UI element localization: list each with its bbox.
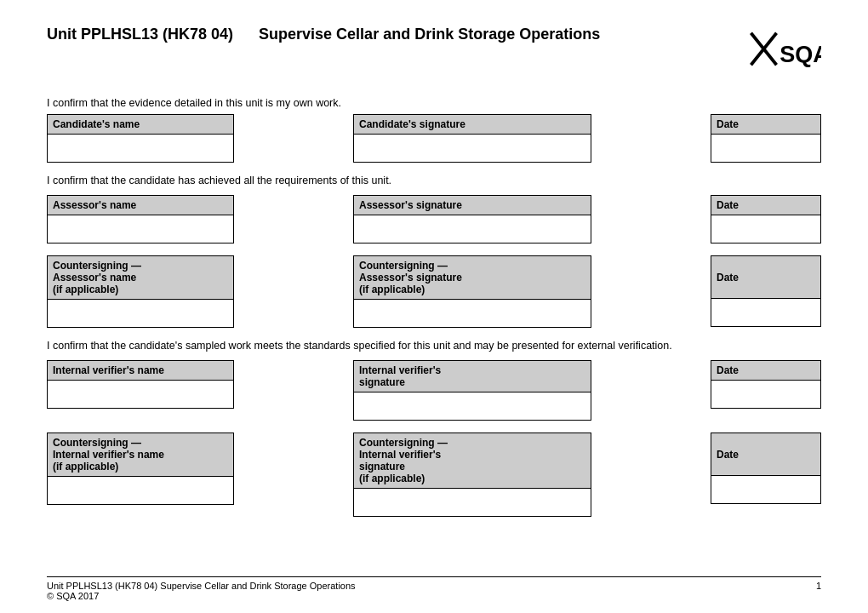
footer-right: 1: [816, 581, 821, 601]
verifier-signature-block: Internal verifier's signature: [353, 360, 591, 421]
verifier-confirm-text: I confirm that the candidate's sampled w…: [47, 340, 821, 352]
countersigning-iv-date-block: Date: [711, 433, 821, 504]
page: Unit PPLHSL13 (HK78 04) Supervise Cellar…: [0, 0, 868, 613]
countersigning-assessor-date-value[interactable]: [711, 299, 820, 326]
countersigning-iv-date-cell: Date: [711, 433, 821, 517]
candidate-name-value[interactable]: [48, 135, 233, 162]
candidate-signature-block: Candidate's signature: [353, 114, 591, 163]
assessor-name-value[interactable]: [48, 215, 233, 243]
countersigning-assessor-name-cell: Countersigning — Assessor's name (if app…: [47, 255, 234, 328]
assessor-name-label: Assessor's name: [48, 196, 233, 215]
countersigning-assessor-signature-label: Countersigning — Assessor's signature (i…: [354, 256, 591, 300]
verifier-row: Internal verifier's name Internal verifi…: [47, 360, 821, 421]
candidate-signature-value[interactable]: [354, 135, 591, 162]
assessor-signature-label: Assessor's signature: [354, 196, 591, 215]
assessor-date-block: Date: [711, 195, 821, 243]
countersigning-iv-signature-cell: Countersigning — Internal verifier's sig…: [353, 433, 591, 517]
candidate-name-label: Candidate's name: [48, 115, 233, 135]
verifier-signature-cell: Internal verifier's signature: [353, 360, 591, 421]
footer-left: Unit PPLHSL13 (HK78 04) Supervise Cellar…: [47, 581, 356, 601]
verifier-date-cell: Date: [711, 360, 821, 421]
assessor-signature-cell: Assessor's signature: [353, 195, 591, 243]
countersigning-assessor-name-block: Countersigning — Assessor's name (if app…: [47, 255, 234, 328]
countersigning-assessor-date-cell: Date: [711, 255, 821, 328]
verifier-date-block: Date: [711, 360, 821, 409]
assessor-row: Assessor's name Assessor's signature Dat…: [47, 195, 821, 243]
candidate-date-cell: Date: [711, 114, 821, 163]
countersigning-iv-name-cell: Countersigning — Internal verifier's nam…: [47, 433, 234, 517]
candidate-name-cell: Candidate's name: [47, 114, 234, 163]
countersigning-iv-name-value[interactable]: [48, 477, 233, 504]
sqa-logo: SQA: [745, 26, 821, 85]
assessor-signature-value[interactable]: [354, 215, 591, 243]
verifier-name-label: Internal verifier's name: [48, 361, 233, 381]
candidate-date-value[interactable]: [711, 135, 820, 162]
verifier-name-block: Internal verifier's name: [47, 360, 234, 409]
countersigning-assessor-signature-block: Countersigning — Assessor's signature (i…: [353, 255, 591, 328]
countersigning-iv-date-value[interactable]: [711, 476, 820, 503]
assessor-date-cell: Date: [711, 195, 821, 243]
assessor-name-cell: Assessor's name: [47, 195, 234, 243]
countersigning-assessor-date-block: Date: [711, 255, 821, 327]
countersigning-assessor-name-value[interactable]: [48, 300, 233, 327]
candidate-signature-label: Candidate's signature: [354, 115, 591, 135]
countersigning-iv-signature-label: Countersigning — Internal verifier's sig…: [354, 433, 591, 489]
verifier-date-value[interactable]: [711, 381, 820, 408]
candidate-name-block: Candidate's name: [47, 114, 234, 163]
assessor-date-label: Date: [711, 196, 820, 215]
svg-text:SQA: SQA: [779, 42, 821, 67]
candidate-signature-cell: Candidate's signature: [353, 114, 591, 163]
verifier-name-value[interactable]: [48, 381, 233, 408]
page-footer: Unit PPLHSL13 (HK78 04) Supervise Cellar…: [47, 576, 821, 601]
countersigning-iv-row: Countersigning — Internal verifier's nam…: [47, 433, 821, 517]
countersigning-assessor-signature-cell: Countersigning — Assessor's signature (i…: [353, 255, 591, 328]
unit-title: Supervise Cellar and Drink Storage Opera…: [259, 26, 600, 43]
candidate-date-block: Date: [711, 114, 821, 163]
title-line: Unit PPLHSL13 (HK78 04) Supervise Cellar…: [47, 26, 600, 43]
verifier-signature-label: Internal verifier's signature: [354, 361, 591, 392]
countersigning-assessor-row: Countersigning — Assessor's name (if app…: [47, 255, 821, 328]
countersigning-iv-signature-value[interactable]: [354, 489, 591, 516]
countersigning-assessor-date-label: Date: [711, 256, 820, 299]
header-title-block: Unit PPLHSL13 (HK78 04) Supervise Cellar…: [47, 26, 600, 43]
candidate-row: Candidate's name Candidate's signature D…: [47, 114, 821, 163]
countersigning-iv-name-block: Countersigning — Internal verifier's nam…: [47, 433, 234, 505]
countersigning-iv-signature-block: Countersigning — Internal verifier's sig…: [353, 433, 591, 517]
candidate-date-label: Date: [711, 115, 820, 135]
assessor-confirm-text: I confirm that the candidate has achieve…: [47, 175, 821, 186]
countersigning-iv-date-label: Date: [711, 433, 820, 476]
verifier-signature-value[interactable]: [354, 392, 591, 420]
unit-code: Unit PPLHSL13 (HK78 04): [47, 26, 233, 43]
candidate-confirm-text: I confirm that the evidence detailed in …: [47, 97, 821, 109]
countersigning-assessor-name-label: Countersigning — Assessor's name (if app…: [48, 256, 233, 300]
verifier-name-cell: Internal verifier's name: [47, 360, 234, 421]
countersigning-assessor-signature-value[interactable]: [354, 300, 591, 327]
page-header: Unit PPLHSL13 (HK78 04) Supervise Cellar…: [47, 26, 821, 85]
verifier-date-label: Date: [711, 361, 820, 381]
assessor-signature-block: Assessor's signature: [353, 195, 591, 243]
assessor-name-block: Assessor's name: [47, 195, 234, 243]
countersigning-iv-name-label: Countersigning — Internal verifier's nam…: [48, 433, 233, 477]
assessor-date-value[interactable]: [711, 215, 820, 243]
